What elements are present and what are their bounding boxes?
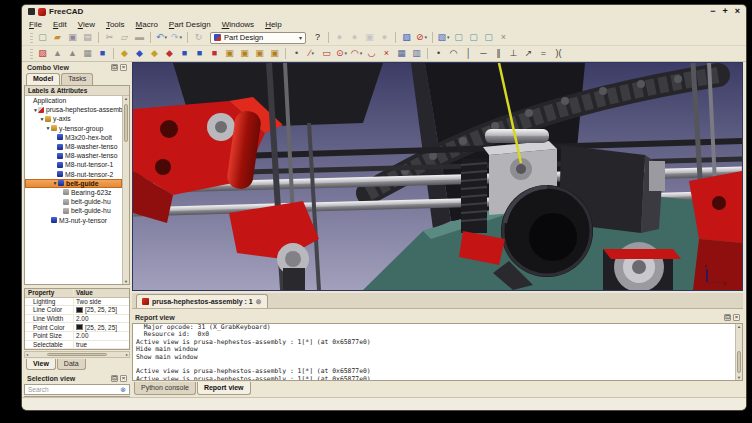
property-row-point-size[interactable]: Point Size2.00 bbox=[25, 332, 129, 341]
sketch-arc-icon[interactable]: ◠▾ bbox=[350, 47, 363, 60]
minimize-icon[interactable]: − bbox=[710, 7, 715, 16]
selection-search-input[interactable]: Search ⊗ bbox=[24, 384, 130, 395]
chevron-down-icon[interactable]: ▾ bbox=[180, 31, 183, 44]
copy-icon[interactable]: ▱ bbox=[118, 31, 131, 44]
sketch-point-icon[interactable]: • bbox=[290, 47, 303, 60]
constraint-symmetric-icon[interactable]: )( bbox=[552, 47, 565, 60]
property-value[interactable]: 2.00 bbox=[73, 315, 129, 322]
macro-pause-icon[interactable]: ▣ bbox=[363, 31, 376, 44]
property-hscrollbar[interactable]: ◂▸ bbox=[24, 351, 130, 358]
draft-icon[interactable]: ■ bbox=[208, 47, 221, 60]
constraint-parallel-icon[interactable]: ∥ bbox=[492, 47, 505, 60]
menu-windows[interactable]: Windows bbox=[217, 19, 259, 30]
property-row-line-color[interactable]: Line Color[25, 25, 25] bbox=[25, 306, 129, 315]
revolution-icon[interactable]: ◆ bbox=[133, 47, 146, 60]
tree-item-m8-nut-tensor-1[interactable]: M8-nut-tensor-1 bbox=[25, 160, 122, 169]
property-row-lighting[interactable]: LightingTwo side bbox=[25, 298, 129, 307]
tree-item-prusa-hephestos-assembly[interactable]: ▼prusa-hephestos-assembly bbox=[25, 105, 122, 114]
cut-icon[interactable]: ✂ bbox=[103, 31, 116, 44]
property-value[interactable]: Two side bbox=[73, 298, 129, 305]
property-row-shape-color[interactable]: Shape Color bbox=[25, 349, 129, 350]
mirrored-icon[interactable]: ▣ bbox=[223, 47, 236, 60]
fillet-icon[interactable]: ■ bbox=[178, 47, 191, 60]
dock-close-icon[interactable]: × bbox=[120, 375, 127, 382]
constraint-perpendicular-icon[interactable]: ⊥ bbox=[507, 47, 520, 60]
toolbar-drag-handle[interactable] bbox=[30, 32, 33, 43]
multi-transform-icon[interactable]: ▣ bbox=[268, 47, 281, 60]
constraint-tangent-icon[interactable]: ↗ bbox=[522, 47, 535, 60]
property-row-selectable[interactable]: Selectabletrue bbox=[25, 341, 129, 350]
polar-pattern-icon[interactable]: ▣ bbox=[253, 47, 266, 60]
constraint-vertical-icon[interactable]: │ bbox=[462, 47, 475, 60]
undo-icon[interactable]: ↶▾ bbox=[155, 31, 168, 44]
tab-data[interactable]: Data bbox=[57, 359, 86, 370]
pocket-icon[interactable]: ◆ bbox=[148, 47, 161, 60]
tab-view[interactable]: View bbox=[26, 359, 56, 370]
sketch-trim-icon[interactable]: × bbox=[380, 47, 393, 60]
leave-sketch-icon[interactable]: ▲ bbox=[51, 47, 64, 60]
menu-edit[interactable]: Edit bbox=[48, 19, 72, 30]
chevron-down-icon[interactable]: ▾ bbox=[360, 47, 363, 60]
property-value[interactable]: [25, 25, 25] bbox=[73, 324, 129, 331]
edit-sketch-icon[interactable]: ▨ bbox=[400, 31, 413, 44]
document-tab[interactable]: prusa-hephestos-assembly : 1 ⊗ bbox=[136, 294, 268, 308]
linear-pattern-icon[interactable]: ▣ bbox=[238, 47, 251, 60]
view-sketch-icon[interactable]: ▦ bbox=[81, 47, 94, 60]
menu-view[interactable]: View bbox=[73, 19, 100, 30]
fit-all-icon[interactable]: ▢ bbox=[452, 31, 465, 44]
macro-play-icon[interactable]: ● bbox=[378, 31, 391, 44]
tree-item-m3x20-hex-bolt[interactable]: M3x20-hex-bolt bbox=[25, 133, 122, 142]
tree-item-belt-guide-hu[interactable]: belt-guide-hu bbox=[25, 197, 122, 206]
menu-file[interactable]: File bbox=[24, 19, 47, 30]
report-log[interactable]: Major opcode: 31 (X_GrabKeyboard) Resour… bbox=[132, 323, 743, 381]
workbench-selector[interactable]: Part Design▾ bbox=[210, 32, 306, 44]
tree-item-belt-guide-hu[interactable]: belt-guide-hu bbox=[25, 206, 122, 215]
tab-python-console[interactable]: Python console bbox=[134, 382, 196, 395]
tree-item-belt-guide[interactable]: ▼belt-guide bbox=[25, 179, 122, 188]
constraint-equal-icon[interactable]: = bbox=[537, 47, 550, 60]
fit-selection-icon[interactable]: ▢ bbox=[467, 31, 480, 44]
dock-float-icon[interactable]: ⊡ bbox=[111, 375, 118, 382]
menu-tools[interactable]: Tools bbox=[101, 19, 130, 30]
menu-help[interactable]: Help bbox=[260, 19, 286, 30]
3d-viewport[interactable]: x z bbox=[132, 62, 743, 291]
tab-tasks[interactable]: Tasks bbox=[61, 73, 93, 85]
chevron-down-icon[interactable]: ▾ bbox=[312, 47, 315, 60]
macro-stop-icon[interactable]: ● bbox=[348, 31, 361, 44]
chevron-down-icon[interactable]: ▾ bbox=[345, 47, 348, 60]
chevron-down-icon[interactable]: ▾ bbox=[165, 31, 168, 44]
sketch-conics-icon[interactable]: ⊙▾ bbox=[335, 47, 348, 60]
property-value[interactable]: [25, 25, 25] bbox=[73, 306, 129, 313]
refresh-icon[interactable]: ↻ bbox=[192, 31, 205, 44]
tab-model[interactable]: Model bbox=[26, 73, 60, 85]
sketch-fillet-icon[interactable]: ◡ bbox=[365, 47, 378, 60]
stop-operation-icon[interactable]: ⊘▾ bbox=[415, 31, 428, 44]
toolbar-drag-handle[interactable] bbox=[30, 48, 33, 59]
search-clear-icon[interactable]: ⊗ bbox=[120, 386, 126, 394]
constraint-arc-icon[interactable]: ◠ bbox=[447, 47, 460, 60]
tree-item-y-axis[interactable]: ▼y-axis bbox=[25, 114, 122, 123]
chevron-down-icon[interactable]: ▾ bbox=[447, 31, 450, 44]
groove-icon[interactable]: ◆ bbox=[163, 47, 176, 60]
redo-icon[interactable]: ↷▾ bbox=[170, 31, 183, 44]
print-icon[interactable]: ▤ bbox=[81, 31, 94, 44]
menu-part-design[interactable]: Part Design bbox=[164, 19, 216, 30]
tree-item-m3-nut-y-tensor[interactable]: M3-nut-y-tensor bbox=[25, 215, 122, 224]
tab-close-icon[interactable]: ⊗ bbox=[256, 298, 262, 306]
measure-icon[interactable]: × bbox=[497, 31, 510, 44]
whats-this-icon[interactable]: ? bbox=[311, 31, 324, 44]
carbon-copy-icon[interactable]: ▥ bbox=[410, 47, 423, 60]
property-row-point-color[interactable]: Point Color[25, 25, 25] bbox=[25, 323, 129, 332]
tree-scrollbar[interactable]: ▲ ▼ bbox=[122, 96, 129, 284]
axonometric-view-icon[interactable]: ▧▾ bbox=[437, 31, 450, 44]
dock-float-icon[interactable]: ⊡ bbox=[724, 314, 731, 321]
tree-item-m8-nut-tensor-2[interactable]: M8-nut-tensor-2 bbox=[25, 170, 122, 179]
open-file-icon[interactable]: ▰ bbox=[51, 31, 64, 44]
save-icon[interactable]: ▣ bbox=[66, 31, 79, 44]
tree-item-bearing-623z[interactable]: Bearing-623z bbox=[25, 188, 122, 197]
dock-float-icon[interactable]: ⊡ bbox=[111, 64, 118, 71]
tree-item-m8-washer-tenso[interactable]: M8-washer-tenso bbox=[25, 142, 122, 151]
zoom-region-icon[interactable]: ▢ bbox=[482, 31, 495, 44]
sketch-rectangle-icon[interactable]: ▭ bbox=[320, 47, 333, 60]
tab-report-view[interactable]: Report view bbox=[197, 382, 251, 395]
